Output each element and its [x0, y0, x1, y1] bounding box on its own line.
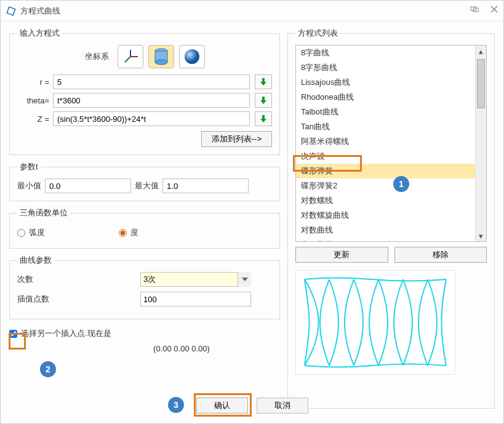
scroll-down-icon[interactable]: ▾: [476, 230, 486, 241]
cancel-button[interactable]: 取消: [257, 398, 308, 414]
add-to-list-button[interactable]: 添加到列表-->: [201, 131, 272, 147]
eq-label-z: Z =: [17, 114, 49, 124]
list-item[interactable]: 碟形弹簧2: [296, 178, 475, 193]
radian-radio-label[interactable]: 弧度: [17, 227, 45, 238]
list-item[interactable]: 次声波: [296, 149, 475, 164]
list-item[interactable]: 8字曲线: [296, 46, 475, 60]
list-group: 方程式列表 8字曲线8字形曲线Lissajous曲线Rhodonea曲线Talb…: [287, 28, 495, 409]
paramt-legend: 参数t: [17, 161, 41, 172]
svg-point-7: [185, 49, 199, 64]
svg-point-6: [155, 60, 167, 65]
min-label: 最小值: [17, 180, 41, 191]
curve-legend: 曲线参数: [17, 255, 54, 266]
list-item[interactable]: 对数螺线: [296, 193, 475, 208]
max-label: 最大值: [135, 180, 159, 191]
max-input[interactable]: [162, 178, 249, 193]
list-scrollbar[interactable]: ▴ ▾: [475, 46, 486, 241]
window-title: 方程式曲线: [20, 6, 60, 17]
update-button[interactable]: 更新: [295, 247, 388, 263]
list-item[interactable]: 费马曲线: [296, 238, 475, 241]
chevron-down-icon[interactable]: [238, 272, 251, 287]
app-icon: [6, 6, 17, 17]
remove-button[interactable]: 移除: [394, 247, 487, 263]
coord-sphere-icon[interactable]: [179, 45, 205, 68]
list-item[interactable]: 对数曲线: [296, 223, 475, 238]
scroll-thumb[interactable]: [477, 59, 485, 108]
equation-listbox[interactable]: 8字曲线8字形曲线Lissajous曲线Rhodonea曲线Talbot曲线Ta…: [295, 45, 487, 242]
eq-label-theta: theta=: [17, 96, 49, 105]
titlebar: 方程式曲线: [1, 1, 503, 22]
eq-input-theta[interactable]: [53, 93, 250, 108]
dialog-window: 方程式曲线 输入方程式 坐标系: [0, 0, 504, 424]
insert-point-label: 选择另一个插入点.现在是: [21, 328, 111, 339]
list-item[interactable]: Talbot曲线: [296, 105, 475, 119]
list-item[interactable]: 8字形曲线: [296, 60, 475, 75]
ok-button[interactable]: 确认: [196, 398, 248, 414]
list-item[interactable]: Rhodonea曲线: [296, 90, 475, 105]
list-item[interactable]: 碟形弹簧: [296, 164, 475, 178]
equation-group: 输入方程式 坐标系 r =: [9, 28, 280, 155]
close-icon[interactable]: [490, 6, 498, 15]
order-select[interactable]: [140, 272, 251, 287]
eq-label-r: r =: [17, 78, 49, 87]
degree-radio-label[interactable]: 度: [119, 227, 138, 238]
insert-point-checkbox[interactable]: [9, 330, 17, 338]
interp-input[interactable]: [140, 292, 251, 306]
order-label: 次数: [17, 274, 140, 285]
list-item[interactable]: Tan曲线: [296, 119, 475, 134]
help-icon[interactable]: [470, 6, 479, 15]
insert-coords: (0.00 0.00 0.00): [83, 344, 280, 353]
radian-radio[interactable]: [17, 229, 25, 237]
curve-preview: [295, 270, 455, 375]
coord-cylinder-icon[interactable]: [148, 45, 174, 68]
coord-label: 坐标系: [85, 51, 109, 62]
trig-legend: 三角函数单位: [17, 207, 70, 218]
interp-label: 插值点数: [17, 294, 140, 305]
paramt-group: 参数t 最小值 最大值: [9, 161, 280, 201]
list-item[interactable]: Lissajous曲线: [296, 75, 475, 90]
coord-xyz-icon[interactable]: [118, 45, 143, 68]
list-legend: 方程式列表: [295, 28, 340, 39]
trig-group: 三角函数单位 弧度 度: [9, 207, 280, 249]
eq-down-btn-z[interactable]: [255, 111, 272, 126]
degree-radio[interactable]: [119, 229, 127, 237]
eq-down-btn-r[interactable]: [255, 74, 272, 89]
eq-input-z[interactable]: [53, 111, 250, 126]
eq-down-btn-theta[interactable]: [255, 93, 272, 108]
scroll-up-icon[interactable]: ▴: [476, 46, 486, 57]
list-item[interactable]: 阿基米得螺线: [296, 134, 475, 149]
eq-input-r[interactable]: [53, 74, 250, 89]
equation-legend: 输入方程式: [17, 28, 62, 39]
min-input[interactable]: [45, 178, 131, 193]
list-item[interactable]: 对数螺旋曲线: [296, 208, 475, 223]
curve-group: 曲线参数 次数 插值点数: [9, 255, 280, 319]
